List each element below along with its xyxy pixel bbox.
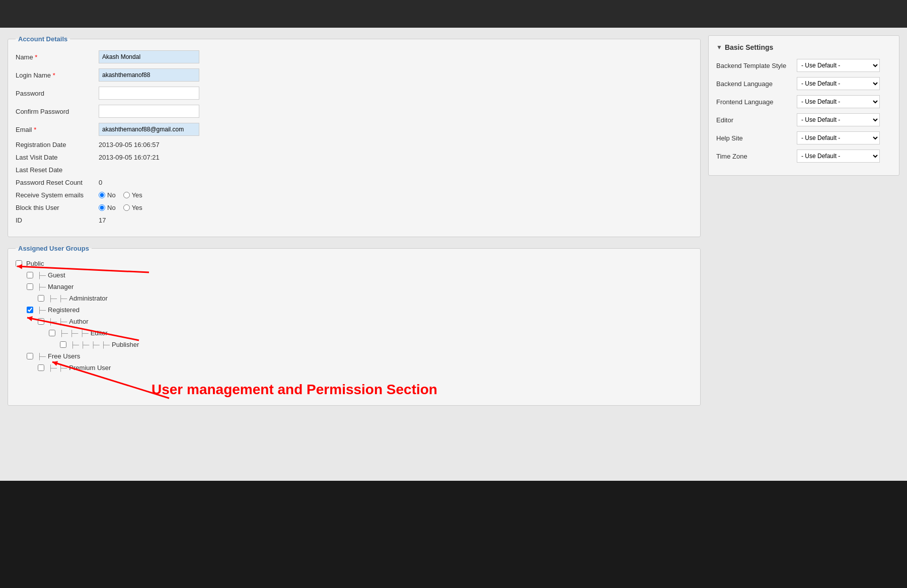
block-user-options: No Yes (99, 204, 142, 211)
group-checkbox-editor[interactable] (49, 330, 55, 336)
group-label: Publisher (112, 341, 139, 348)
group-checkbox-author[interactable] (38, 318, 44, 325)
group-label: Public (26, 260, 44, 267)
group-label: Registered (48, 306, 80, 314)
settings-select-backend-language[interactable]: - Use Default - (797, 77, 880, 90)
assigned-user-groups-section: Assigned User Groups Public├─ Guest├─ Ma… (8, 245, 701, 406)
receive-system-emails-label: Receive System emails (16, 191, 99, 199)
basic-settings-box: ▼ Basic Settings Backend Template Style-… (708, 35, 899, 176)
assigned-user-groups-title: Assigned User Groups (16, 245, 92, 252)
settings-select-backend-template-style[interactable]: - Use Default - (797, 59, 880, 72)
group-checkbox-registered[interactable] (27, 307, 33, 313)
settings-select-editor[interactable]: - Use Default - (797, 113, 880, 126)
settings-row: Time Zone- Use Default - (716, 150, 891, 163)
group-item: Public (16, 260, 693, 267)
group-item: ├─ ├─ Premium User (16, 364, 693, 372)
confirm-password-input[interactable] (99, 105, 199, 118)
group-checkbox-publisher[interactable] (60, 341, 66, 348)
block-user-no-label[interactable]: No (99, 204, 116, 211)
settings-label: Backend Language (716, 80, 797, 88)
receive-emails-no-radio[interactable] (99, 192, 105, 198)
settings-row: Backend Template Style- Use Default - (716, 59, 891, 72)
group-item: ├─ ├─ Author (16, 318, 693, 325)
tree-prefix: ├─ ├─ (48, 295, 67, 302)
settings-row: Frontend Language- Use Default - (716, 95, 891, 108)
tree-prefix: ├─ (37, 353, 46, 360)
block-user-no-radio[interactable] (99, 204, 105, 211)
group-checkbox-free-users[interactable] (27, 353, 33, 359)
arrow-spacer (16, 377, 141, 387)
id-label: ID (16, 216, 99, 224)
password-reset-count-row: Password Reset Count 0 (16, 179, 693, 186)
password-row: Password (16, 87, 693, 100)
last-visit-date-row: Last Visit Date 2013-09-05 16:07:21 (16, 154, 693, 161)
group-label: Manager (48, 283, 73, 290)
settings-select-help-site[interactable]: - Use Default - (797, 131, 880, 144)
tree-prefix: ├─ ├─ (48, 364, 67, 372)
receive-emails-yes-label[interactable]: Yes (123, 191, 142, 199)
block-user-yes-radio[interactable] (123, 204, 130, 211)
id-value: 17 (99, 216, 106, 224)
last-visit-date-label: Last Visit Date (16, 154, 99, 161)
email-row: Email * (16, 123, 693, 136)
receive-system-emails-options: No Yes (99, 191, 142, 199)
group-label: Administrator (69, 295, 108, 302)
email-label: Email * (16, 126, 99, 133)
receive-system-emails-row: Receive System emails No Yes (16, 191, 693, 199)
last-visit-date-value: 2013-09-05 16:07:21 (99, 154, 160, 161)
block-user-label: Block this User (16, 204, 99, 211)
top-bar (0, 0, 907, 28)
account-details-section: Account Details Name * Login Name * P (8, 35, 701, 237)
confirm-password-row: Confirm Password (16, 105, 693, 118)
login-name-input[interactable] (99, 68, 199, 82)
left-panel: Account Details Name * Login Name * P (8, 35, 701, 473)
block-user-yes-label[interactable]: Yes (123, 204, 142, 211)
registration-date-label: Registration Date (16, 141, 99, 149)
group-checkbox-public[interactable] (16, 260, 22, 267)
confirm-password-label: Confirm Password (16, 108, 99, 115)
settings-label: Time Zone (716, 153, 797, 160)
receive-emails-yes-radio[interactable] (123, 192, 130, 198)
group-item: ├─ ├─ Administrator (16, 295, 693, 302)
settings-label: Editor (716, 116, 797, 124)
group-item: ├─ ├─ ├─ Editor (16, 329, 693, 337)
group-label: Free Users (48, 352, 80, 360)
tree-prefix: ├─ ├─ ├─ (59, 330, 89, 337)
tree-prefix: ├─ (37, 272, 46, 279)
password-reset-count-value: 0 (99, 179, 102, 186)
group-checkbox-administrator[interactable] (38, 295, 44, 302)
receive-emails-no-label[interactable]: No (99, 191, 116, 199)
group-label: Author (69, 318, 88, 325)
group-item: ├─ ├─ ├─ ├─ Publisher (16, 341, 693, 348)
settings-row: Editor- Use Default - (716, 113, 891, 126)
group-label: Guest (48, 271, 65, 279)
annotation-text: User management and Permission Section (152, 382, 437, 398)
group-label: Premium User (69, 364, 111, 372)
group-label: Editor (91, 329, 108, 337)
email-input[interactable] (99, 123, 199, 136)
group-checkbox-premium-user[interactable] (38, 364, 44, 371)
login-name-row: Login Name * (16, 68, 693, 82)
main-content: Account Details Name * Login Name * P (0, 28, 907, 481)
account-details-title: Account Details (16, 35, 70, 43)
group-checkbox-manager[interactable] (27, 283, 33, 290)
settings-select-frontend-language[interactable]: - Use Default - (797, 95, 880, 108)
group-checkbox-guest[interactable] (27, 272, 33, 278)
tree-prefix: ├─ (37, 307, 46, 314)
group-item: ├─ Manager (16, 283, 693, 290)
name-input[interactable] (99, 50, 199, 63)
settings-row: Backend Language- Use Default - (716, 77, 891, 90)
password-reset-count-label: Password Reset Count (16, 179, 99, 186)
settings-label: Frontend Language (716, 98, 797, 106)
login-name-label: Login Name * (16, 71, 99, 79)
name-row: Name * (16, 50, 693, 63)
id-row: ID 17 (16, 216, 693, 224)
settings-select-time-zone[interactable]: - Use Default - (797, 150, 880, 163)
bottom-bar (0, 481, 907, 508)
password-input[interactable] (99, 87, 199, 100)
group-item: ├─ Guest (16, 271, 693, 279)
registration-date-value: 2013-09-05 16:06:57 (99, 141, 160, 149)
group-item: ├─ Free Users (16, 352, 693, 360)
name-label: Name * (16, 53, 99, 61)
settings-rows: Backend Template Style- Use Default -Bac… (716, 59, 891, 163)
